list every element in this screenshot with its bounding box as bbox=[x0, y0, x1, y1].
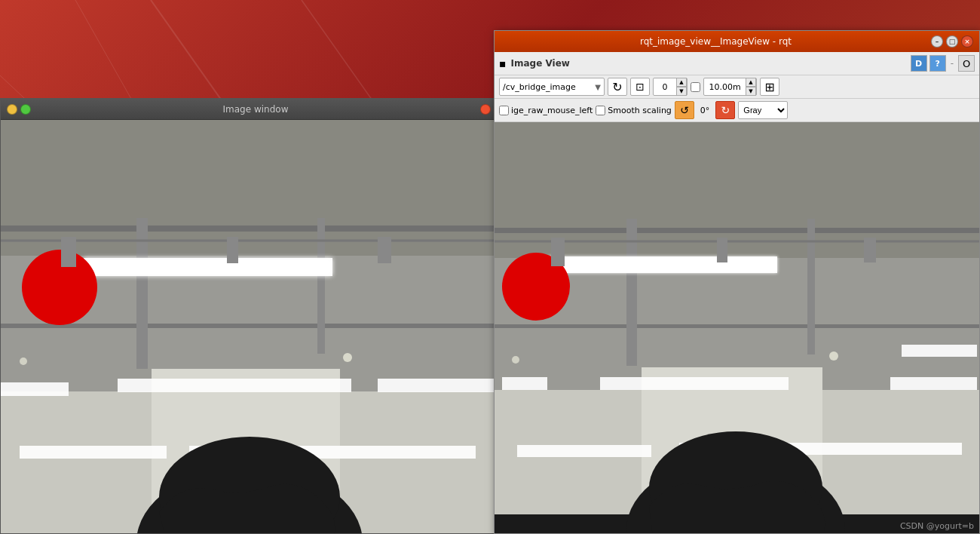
svg-point-45 bbox=[512, 356, 519, 364]
left-maximize-button[interactable] bbox=[20, 104, 31, 115]
svg-rect-25 bbox=[61, 237, 76, 267]
rqt-titlebar: rqt_image_view__ImageView - rqt – □ × bbox=[495, 31, 979, 52]
frame-down-button[interactable]: ▼ bbox=[676, 87, 687, 96]
rqt-close-button[interactable]: × bbox=[961, 35, 973, 48]
svg-rect-31 bbox=[495, 324, 979, 328]
svg-rect-41 bbox=[890, 377, 977, 390]
rqt-image-display bbox=[495, 122, 979, 533]
svg-rect-52 bbox=[864, 238, 876, 262]
left-close-button[interactable] bbox=[480, 104, 491, 115]
toolbar-row-1: /cv_bridge_image ▼ ↻ ⊡ 0 ▲ ▼ 10.00m ▲ ▼ bbox=[495, 75, 979, 99]
svg-rect-9 bbox=[317, 218, 325, 354]
svg-rect-17 bbox=[20, 446, 167, 459]
frame-value[interactable]: 0 bbox=[654, 82, 676, 92]
imageview-plugin-icon: ▪ bbox=[499, 57, 507, 69]
rqt-content: ▪ Image View D ? - O /cv_bridge_image ▼ … bbox=[495, 52, 979, 533]
rqt-window-title: rqt_image_view__ImageView - rqt bbox=[501, 36, 931, 47]
toolbar-row-2: ige_raw_mouse_left Smooth scaling ↺ 0° ↻… bbox=[495, 99, 979, 122]
plugin-d-button[interactable]: D bbox=[911, 55, 927, 72]
color-mode-select[interactable]: Gray RGB BGR Mono8 Mono16 bbox=[738, 101, 788, 119]
svg-rect-30 bbox=[495, 228, 979, 233]
svg-rect-15 bbox=[118, 379, 351, 392]
rqt-window: rqt_image_view__ImageView - rqt – □ × ▪ … bbox=[494, 30, 980, 534]
rotate-button[interactable]: ↻ bbox=[715, 101, 735, 119]
svg-rect-50 bbox=[551, 238, 565, 266]
svg-point-23 bbox=[22, 250, 97, 325]
mouse-label: ige_raw_mouse_left bbox=[511, 106, 593, 115]
left-image-window: Image window bbox=[0, 98, 498, 534]
svg-rect-39 bbox=[502, 377, 547, 390]
left-image-display bbox=[1, 120, 497, 533]
svg-point-20 bbox=[20, 358, 27, 365]
help-button[interactable]: ? bbox=[929, 55, 946, 72]
separator-dash: - bbox=[948, 58, 956, 69]
mouse-checkbox[interactable] bbox=[499, 106, 509, 115]
interval-up-button[interactable]: ▲ bbox=[746, 78, 756, 87]
svg-rect-14 bbox=[1, 382, 69, 396]
mouse-label-container[interactable]: ige_raw_mouse_left bbox=[499, 106, 593, 115]
frame-spinner: 0 ▲ ▼ bbox=[653, 78, 688, 96]
svg-rect-33 bbox=[807, 219, 815, 354]
svg-rect-26 bbox=[227, 237, 238, 263]
watermark: CSDN @yogurt=b bbox=[900, 521, 974, 531]
rqt-maximize-button[interactable]: □ bbox=[946, 35, 958, 48]
frame-up-button[interactable]: ▲ bbox=[676, 78, 687, 87]
svg-rect-7 bbox=[1, 324, 497, 328]
imageview-bar: ▪ Image View D ? - O bbox=[495, 52, 979, 75]
reset-rotation-button[interactable]: ↺ bbox=[675, 101, 694, 119]
svg-rect-6 bbox=[1, 226, 497, 232]
maximize-plugin-button[interactable]: O bbox=[958, 55, 975, 72]
snapshot-button[interactable]: ⊡ bbox=[630, 78, 650, 96]
svg-point-44 bbox=[829, 351, 838, 361]
imageview-label: Image View bbox=[511, 58, 570, 69]
topic-dropdown[interactable]: /cv_bridge_image ▼ bbox=[499, 78, 605, 96]
interval-spinner: 10.00m ▲ ▼ bbox=[703, 78, 757, 96]
svg-rect-29 bbox=[495, 122, 979, 258]
rqt-window-controls: – □ × bbox=[931, 35, 973, 48]
interval-down-button[interactable]: ▼ bbox=[746, 87, 756, 96]
svg-rect-5 bbox=[1, 120, 497, 256]
grid-settings-button[interactable]: ⊞ bbox=[760, 78, 779, 96]
refresh-button[interactable]: ↻ bbox=[608, 78, 627, 96]
svg-rect-51 bbox=[717, 238, 727, 262]
rotation-value: 0° bbox=[697, 106, 713, 115]
smooth-scaling-checkbox[interactable] bbox=[596, 106, 605, 115]
left-window-title: Image window bbox=[31, 104, 480, 115]
svg-rect-27 bbox=[378, 237, 391, 263]
smooth-scaling-container[interactable]: Smooth scaling bbox=[596, 106, 672, 115]
smooth-scaling-label: Smooth scaling bbox=[608, 106, 672, 115]
svg-rect-40 bbox=[600, 377, 789, 390]
svg-rect-38 bbox=[902, 345, 977, 357]
svg-rect-13 bbox=[84, 258, 332, 276]
interval-value[interactable]: 10.00m bbox=[704, 82, 746, 92]
left-window-titlebar: Image window bbox=[1, 99, 497, 120]
svg-rect-37 bbox=[547, 256, 777, 273]
left-minimize-button[interactable] bbox=[7, 104, 17, 115]
svg-rect-16 bbox=[378, 379, 495, 392]
frame-checkbox[interactable] bbox=[691, 82, 700, 92]
svg-rect-42 bbox=[517, 445, 651, 457]
rqt-minimize-button[interactable]: – bbox=[931, 35, 943, 48]
svg-point-19 bbox=[343, 353, 352, 362]
dropdown-arrow-icon: ▼ bbox=[595, 83, 601, 91]
topic-value: /cv_bridge_image bbox=[503, 82, 576, 92]
